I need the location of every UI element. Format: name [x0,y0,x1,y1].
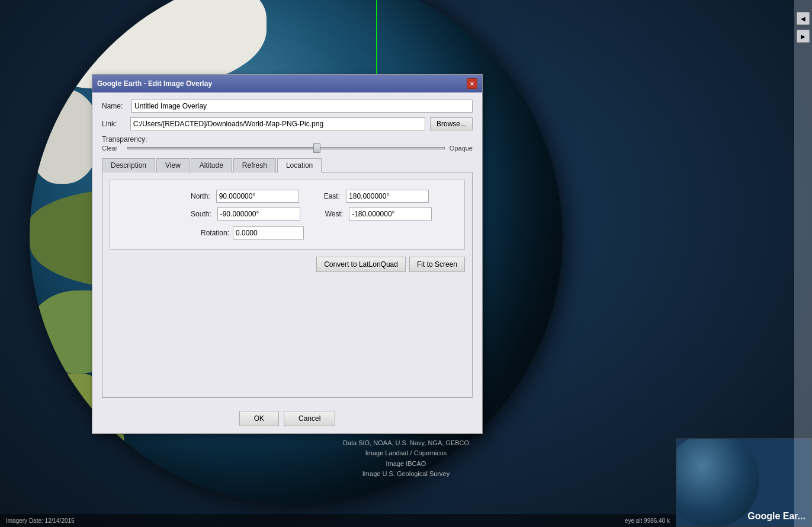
name-input[interactable] [131,100,473,113]
link-label: Link: [102,120,130,128]
name-row: Name: [102,100,473,113]
south-west-row: South: West: [122,207,452,221]
north-input[interactable] [216,190,299,203]
west-label: West: [325,210,345,218]
name-label: Name: [102,102,131,110]
transparency-slider[interactable] [127,147,445,149]
north-label: North: [191,192,213,200]
browse-button[interactable]: Browse... [430,117,473,130]
tabs-container: Description View Altitude Refresh Locati… [102,158,473,173]
transparency-label: Transparency: [102,135,147,143]
rotation-row: Rotation: [122,226,452,239]
link-input[interactable] [130,117,425,130]
transparency-row: Transparency: Clear Opaque [102,135,473,152]
opaque-label: Opaque [450,145,473,152]
slider-row: Clear Opaque [102,145,473,152]
transparency-labels: Transparency: [102,135,473,143]
location-box: North: East: South: West: [110,180,465,250]
convert-to-latlonquad-button[interactable]: Convert to LatLonQuad [316,257,406,272]
rotation-label: Rotation: [191,229,229,237]
link-row: Link: Browse... [102,117,473,130]
clear-label: Clear [102,145,123,152]
tab-altitude[interactable]: Altitude [191,158,232,173]
south-label: South: [191,210,214,218]
west-input[interactable] [349,207,432,221]
tab-content-location: North: East: South: West: [102,173,473,398]
dialog-titlebar[interactable]: Google Earth - Edit Image Overlay × [92,75,482,92]
east-input[interactable] [346,190,429,203]
dialog-footer: OK Cancel [92,405,482,433]
ok-button[interactable]: OK [239,411,279,426]
rotation-input[interactable] [233,226,304,239]
edit-image-overlay-dialog: Google Earth - Edit Image Overlay × Name… [92,74,483,434]
tab-bottom-buttons: Convert to LatLonQuad Fit to Screen [110,257,465,272]
tab-location[interactable]: Location [277,158,322,173]
tab-view[interactable]: View [156,158,190,173]
fit-to-screen-button[interactable]: Fit to Screen [409,257,465,272]
dialog-body: Name: Link: Browse... Transparency: Clea… [92,92,482,405]
tab-description[interactable]: Description [102,158,155,173]
tab-refresh[interactable]: Refresh [233,158,276,173]
north-east-row: North: East: [122,190,452,203]
cancel-button[interactable]: Cancel [284,411,335,426]
dialog-title: Google Earth - Edit Image Overlay [97,79,212,88]
south-input[interactable] [217,207,300,221]
east-label: East: [324,192,342,200]
dialog-overlay: Google Earth - Edit Image Overlay × Name… [0,0,812,527]
dialog-close-button[interactable]: × [467,78,477,89]
